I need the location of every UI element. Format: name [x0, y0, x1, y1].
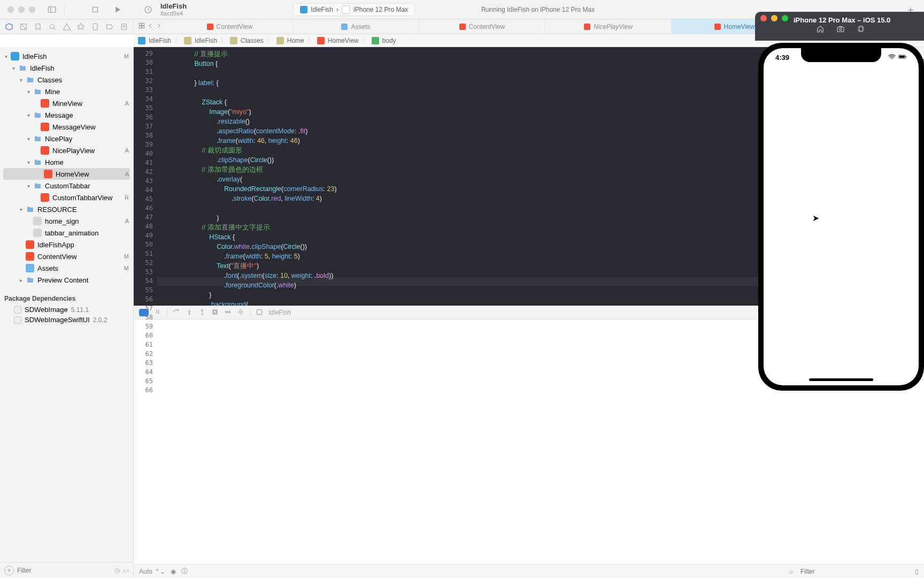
- disclosure-icon[interactable]: ▾: [25, 89, 32, 95]
- breadcrumb-segment[interactable]: IdleFish: [149, 37, 171, 44]
- disclosure-icon[interactable]: ▾: [17, 207, 25, 212]
- info-icon[interactable]: ⓘ: [181, 567, 188, 576]
- test-navigator-icon[interactable]: [76, 22, 86, 32]
- file-name: Mine: [45, 88, 129, 96]
- memory-graph-icon[interactable]: [224, 308, 232, 317]
- tree-node[interactable]: ▾NicePlay: [0, 133, 133, 144]
- stop-icon[interactable]: [89, 4, 101, 16]
- package-dependency[interactable]: SDWebImage5.11.1: [0, 305, 133, 315]
- editor-tab[interactable]: NicePlayView: [545, 19, 672, 34]
- pause-icon[interactable]: [154, 308, 161, 317]
- editor-tab[interactable]: ContentView: [419, 19, 545, 34]
- editor-tab[interactable]: ContentView: [167, 19, 293, 34]
- tree-node[interactable]: ▸Preview Content: [0, 274, 133, 286]
- file-name: RESOURCE: [37, 206, 129, 214]
- tree-node[interactable]: IdleFishApp: [0, 239, 133, 250]
- project-root[interactable]: ▾ IdleFish M: [0, 50, 133, 62]
- disclosure-icon[interactable]: ▾: [25, 136, 32, 142]
- console-filter-input[interactable]: [800, 568, 907, 575]
- tree-node[interactable]: AssetsM: [0, 262, 133, 274]
- simulator-window[interactable]: iPhone 12 Pro Max – iOS 15.0 4:39 ➤: [755, 12, 924, 391]
- svg-point-23: [189, 314, 190, 315]
- tree-node[interactable]: ▾Classes: [0, 74, 133, 86]
- related-items-icon[interactable]: [138, 22, 145, 32]
- source-control-icon[interactable]: [19, 22, 28, 32]
- scm-badge: A: [125, 171, 129, 177]
- tree-node[interactable]: CustomTabbarViewR: [0, 192, 133, 203]
- quicklook-icon[interactable]: ◉: [171, 568, 176, 575]
- disclosure-icon[interactable]: ▾: [25, 159, 32, 165]
- breadcrumb-segment[interactable]: HomeView: [328, 37, 359, 44]
- find-navigator-icon[interactable]: [48, 22, 57, 32]
- sidebar-toggle-icon[interactable]: [46, 4, 58, 16]
- asset-icon: [26, 264, 34, 272]
- navigator-filter-input[interactable]: [17, 567, 111, 574]
- swiftf-icon: [41, 146, 49, 155]
- tree-node[interactable]: MessageView: [0, 121, 133, 133]
- svg-point-31: [240, 310, 242, 313]
- disclosure-icon[interactable]: ▾: [25, 183, 32, 189]
- battery-icon: [898, 54, 907, 62]
- breadcrumb-segment[interactable]: Classes: [241, 37, 264, 44]
- variables-view-mode[interactable]: Auto ⌃⌄: [139, 568, 165, 575]
- device-screen[interactable]: 4:39: [764, 48, 919, 385]
- package-dependency[interactable]: SDWebImageSwiftUI2.0.2: [0, 315, 133, 325]
- process-name[interactable]: IdleFish: [268, 309, 291, 316]
- debug-view-icon[interactable]: [211, 308, 219, 317]
- file-name: Message: [45, 111, 129, 119]
- disclosure-icon[interactable]: ▸: [17, 277, 25, 283]
- rotate-icon[interactable]: [857, 25, 865, 35]
- tree-node[interactable]: ▾Mine: [0, 86, 133, 97]
- tree-node[interactable]: ▾IdleFish: [0, 62, 133, 74]
- process-picker-icon[interactable]: [256, 308, 263, 317]
- file-name: ContentView: [37, 253, 122, 261]
- step-into-icon[interactable]: [186, 308, 193, 317]
- back-icon[interactable]: [147, 22, 154, 32]
- recent-files-icon[interactable]: ◷: [114, 567, 120, 574]
- screenshot-icon[interactable]: [836, 25, 845, 35]
- debug-navigator-icon[interactable]: [90, 22, 100, 32]
- folder-icon: [33, 134, 42, 143]
- disclosure-icon[interactable]: ▾: [25, 112, 32, 118]
- file-name: CustomTabbarView: [52, 194, 122, 202]
- issue-navigator-icon[interactable]: [62, 22, 72, 32]
- disclosure-icon[interactable]: ▾: [17, 77, 25, 83]
- environment-icon[interactable]: [237, 308, 244, 317]
- swiftf-icon: [41, 123, 49, 131]
- breadcrumb-segment[interactable]: IdleFish: [195, 37, 217, 44]
- filter-add-icon[interactable]: ＋: [4, 566, 14, 575]
- tree-node[interactable]: HomeViewA: [3, 168, 130, 180]
- console-split-icon[interactable]: ▯: [915, 568, 919, 575]
- swift-icon: [584, 24, 590, 30]
- tree-node[interactable]: ▾RESOURCE: [0, 203, 133, 215]
- disclosure-icon[interactable]: ▾: [10, 65, 17, 71]
- window-traffic-lights[interactable]: [7, 6, 35, 13]
- bottom-bar: Auto ⌃⌄ ◉ ⓘ ⌕ ▯: [134, 564, 924, 578]
- tree-node[interactable]: ▾Home: [0, 156, 133, 168]
- report-navigator-icon[interactable]: [119, 22, 129, 32]
- tree-node[interactable]: ▾Message: [0, 109, 133, 121]
- tree-node[interactable]: ContentViewM: [0, 250, 133, 262]
- breadcrumb-segment[interactable]: Home: [287, 37, 304, 44]
- editor-tab[interactable]: Assets: [293, 19, 419, 34]
- run-destination[interactable]: IdleFish › iPhone 12 Pro Max: [293, 3, 415, 16]
- forward-icon[interactable]: [155, 22, 163, 32]
- step-out-icon[interactable]: [198, 308, 206, 317]
- tree-node[interactable]: ▾CustomTabbar: [0, 180, 133, 192]
- play-icon[interactable]: [112, 4, 124, 16]
- navigator-filter-bar: ＋ ◷ ▭: [0, 562, 133, 578]
- tree-node[interactable]: home_signA: [0, 215, 133, 227]
- project-name: IdleFish: [160, 2, 187, 10]
- scm-filter-icon[interactable]: ▭: [123, 567, 129, 574]
- scheme-selector[interactable]: IdleFish 8acd9e4: [139, 2, 187, 17]
- tree-node[interactable]: tabbar_animation: [0, 227, 133, 239]
- tree-node[interactable]: NicePlayViewA: [0, 144, 133, 156]
- swiftf-icon: [44, 170, 52, 178]
- step-over-icon[interactable]: [173, 308, 180, 317]
- tree-node[interactable]: MineViewA: [0, 97, 133, 109]
- breakpoint-navigator-icon[interactable]: [105, 22, 114, 32]
- project-navigator-icon[interactable]: [4, 22, 14, 32]
- home-icon[interactable]: [816, 25, 825, 35]
- bookmark-navigator-icon[interactable]: [33, 22, 43, 32]
- breadcrumb-segment[interactable]: body: [382, 37, 396, 44]
